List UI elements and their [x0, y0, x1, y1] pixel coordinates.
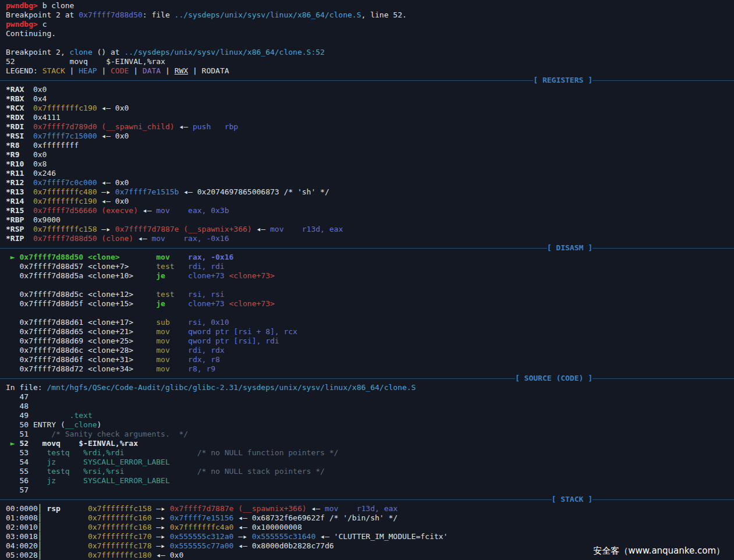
text-segment: 56	[6, 476, 33, 485]
text-segment	[24, 187, 33, 196]
text-segment: 0x7ffff7d88d50	[79, 10, 143, 19]
text-segment: 0x0	[24, 85, 47, 94]
disasm-line: 0x7ffff7d88d69 <clone+25> mov qword ptr …	[0, 336, 734, 346]
text-segment: testq %rsi,%rsi	[33, 467, 125, 476]
text-segment: : file	[143, 10, 175, 19]
text-segment	[125, 467, 197, 476]
text-segment: LEGEND:	[6, 66, 42, 75]
text-segment: —▸	[97, 187, 115, 196]
text-segment: 55	[6, 467, 33, 476]
text-segment: clone+73	[188, 271, 225, 280]
text-segment: |	[65, 66, 79, 75]
source-line-52-current: ► 52 movq $-EINVAL,%rax	[0, 439, 734, 448]
text-segment: 49	[6, 411, 33, 420]
text-segment: 52 movq $-EINVAL,%rax	[6, 57, 165, 66]
text-segment: Breakpoint 2 at	[6, 10, 79, 19]
text-segment: *RDX	[6, 113, 24, 122]
text-segment: —▸	[233, 532, 251, 541]
text-segment: 0x555555c77a00	[170, 541, 234, 550]
text-segment: 00:0000│	[6, 504, 47, 513]
text-segment: b clone	[42, 1, 75, 10]
text-segment: 0x8	[24, 160, 47, 168]
text-segment	[170, 364, 188, 373]
disasm-line: 0x7ffff7d88d65 <clone+21> mov qword ptr …	[0, 327, 734, 336]
register-rbx: *RBX 0x4	[0, 94, 734, 104]
text-segment: *RAX	[6, 85, 24, 94]
text-segment: 0x4111	[24, 113, 61, 122]
register-r12: *R12 0x7ffff7c0c000 ◂— 0x0	[0, 178, 734, 187]
watermark: 安全客（www.anquanke.com）	[593, 546, 725, 555]
gdb-command-break: pwndbg> b clone	[0, 1, 734, 10]
text-segment: ENTRY (	[33, 420, 65, 429]
text-segment: 0x7fffffffc168	[88, 523, 152, 531]
text-segment: 0x246	[24, 169, 56, 178]
terminal-output: pwndbg> b cloneBreakpoint 2 at 0x7ffff7d…	[0, 1, 734, 560]
source-line-56: 56 jz SYSCALL_ERROR_LABEL	[0, 476, 734, 485]
text-segment	[170, 318, 188, 327]
section-label: [ STACK ]	[552, 495, 593, 504]
stack-row-1: 01:0008│ 0x7fffffffc160 —▸ 0x7ffff7e1515…	[0, 513, 734, 523]
text-segment: 57	[6, 485, 33, 494]
text-segment: ◂— 0x0	[97, 132, 129, 140]
text-segment: 0x7ffff7d88d69 <clone+25>	[6, 336, 156, 345]
text-segment: *RIP	[6, 234, 24, 243]
text-segment: mov rax, -0x16	[151, 234, 229, 243]
text-segment: |	[188, 66, 201, 75]
disasm-line: 0x7ffff7d88d6c <clone+28> mov rdi, rdx	[0, 346, 734, 355]
text-segment: 0xffffffff	[19, 141, 79, 150]
text-segment: *R10	[6, 160, 24, 168]
text-segment: sub	[156, 318, 169, 327]
text-segment: clone	[70, 48, 93, 56]
text-segment	[24, 206, 33, 215]
text-segment: 0x7ffff7c15000	[33, 132, 97, 140]
text-segment: ◂— 0x0	[97, 104, 129, 112]
text-segment: 51	[6, 430, 33, 438]
section-label: [ DISASM ]	[547, 243, 593, 253]
text-segment: je	[156, 299, 165, 308]
breakpoint-set-message: Breakpoint 2 at 0x7ffff7d88d50: file ../…	[0, 10, 734, 20]
text-segment: *R11	[6, 169, 24, 178]
text-segment: 0x7fffffffc178	[88, 541, 152, 550]
text-segment: je	[156, 271, 165, 280]
legend: LEGEND: STACK | HEAP | CODE | DATA | RWX…	[0, 66, 734, 76]
text-segment: test	[156, 290, 174, 299]
text-segment: —▸	[151, 504, 169, 513]
text-segment: 0x7ffff7d88d5c <clone+12>	[6, 290, 156, 299]
text-segment: 0x7ffff7d88d57 <clone+7>	[6, 262, 156, 271]
text-segment: Breakpoint 2,	[6, 48, 70, 56]
stack-row-0: 00:0000│ rsp 0x7fffffffc158 —▸ 0x7ffff7d…	[0, 504, 734, 513]
register-rsp: *RSP 0x7fffffffc158 —▸ 0x7ffff7d7887e (_…	[0, 225, 734, 234]
breakpoint-hit-message: Breakpoint 2, clone () at ../sysdeps/uni…	[0, 48, 734, 57]
text-segment	[125, 448, 197, 457]
text-segment: ► 0x7ffff7d88d50 <clone> mov	[6, 253, 170, 261]
text-segment: 0x7ffff7d88d61 <clone+17>	[6, 318, 156, 327]
source-line-57: 57	[0, 485, 734, 495]
blank-line	[0, 38, 734, 48]
text-segment: 04:0020│	[6, 541, 88, 550]
text-segment	[170, 327, 188, 336]
text-segment: rsi, 0x10	[188, 318, 229, 327]
text-segment: *R15	[6, 206, 24, 215]
text-segment: |	[97, 66, 111, 75]
text-segment: /* no NULL function pointers */	[197, 448, 339, 457]
text-segment: 0x7ffff7d88d5f <clone+15>	[6, 299, 156, 308]
text-segment: RODATA	[202, 66, 229, 75]
text-segment: ◂— 0x0	[97, 197, 129, 205]
continuing-message: Continuing.	[0, 29, 734, 38]
text-segment: 0x7ffff7d88d72 <clone+34>	[6, 364, 156, 373]
text-segment: clone+73	[188, 299, 225, 308]
text-segment: 48	[6, 402, 33, 410]
text-segment: 0x7ffff7d88d65 <clone+21>	[6, 327, 156, 336]
text-segment: rsp	[47, 504, 60, 513]
text-segment: rax, -0x16	[188, 253, 233, 261]
text-segment: pwndbg>	[6, 20, 42, 29]
text-segment: In file:	[6, 383, 47, 392]
register-r14: *R14 0x7fffffffc190 ◂— 0x0	[0, 197, 734, 206]
text-segment	[24, 234, 33, 243]
text-segment: 01:0008│	[6, 513, 88, 522]
register-r8: *R8 0xffffffff	[0, 141, 734, 150]
register-rax: *RAX 0x0	[0, 85, 734, 94]
disasm-line: 0x7ffff7d88d61 <clone+17> sub rsi, 0x10	[0, 318, 734, 327]
text-segment	[175, 290, 188, 299]
text-segment: mov	[156, 346, 169, 355]
